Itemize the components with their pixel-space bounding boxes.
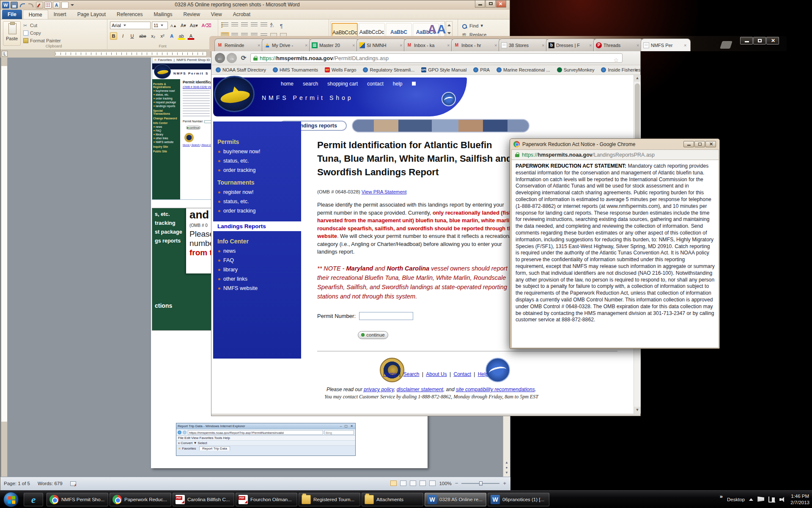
- underline-button[interactable]: U: [129, 32, 136, 40]
- taskbar-ie-icon[interactable]: e: [24, 493, 43, 506]
- back-button[interactable]: ←: [215, 53, 225, 63]
- fullscreen-view-button[interactable]: [400, 480, 406, 486]
- tab-acrobat[interactable]: Acrobat: [228, 10, 256, 19]
- footer-link-contact[interactable]: Contact: [453, 371, 471, 377]
- zoom-slider[interactable]: [461, 483, 499, 484]
- desktop-toolbar-label[interactable]: Desktop: [727, 497, 745, 502]
- browser-tab[interactable]: 38 Stores: [499, 39, 549, 51]
- show-hidden-icons-button[interactable]: [749, 498, 753, 501]
- decrease-indent-button[interactable]: [251, 22, 258, 28]
- horizontal-ruler[interactable]: [0, 50, 210, 58]
- zoom-out-button[interactable]: −: [455, 480, 458, 486]
- browser-tab[interactable]: SI NMNH: [357, 39, 406, 51]
- format-painter-button[interactable]: Format Painter: [23, 38, 61, 43]
- change-case-button[interactable]: Aa▾: [189, 22, 199, 29]
- address-bar[interactable]: https://hmspermits.noaa.gov/PermitIDLand…: [250, 53, 623, 63]
- browser-tab[interactable]: Inbox - hr: [451, 39, 501, 51]
- tab-close-icon[interactable]: [447, 43, 451, 47]
- outline-view-button[interactable]: [420, 480, 426, 486]
- bookmark-item[interactable]: NOAA Staff Directory: [216, 67, 266, 72]
- cut-button[interactable]: Cut: [23, 23, 37, 28]
- bookmark-item[interactable]: Inside Fisheries :: N...: [601, 67, 640, 72]
- scroll-up-icon[interactable]: ▲: [634, 75, 641, 82]
- bookmark-item[interactable]: Marine Recreational ...: [497, 67, 550, 72]
- clear-formatting-button[interactable]: A⌫: [200, 22, 213, 29]
- sidebar-link[interactable]: order tracking: [213, 166, 301, 175]
- tab-close-icon[interactable]: [542, 43, 546, 47]
- page-indicator[interactable]: Page: 1 of 5: [4, 481, 30, 486]
- tab-view[interactable]: View: [206, 10, 228, 19]
- browser-tab[interactable]: Threads: [593, 39, 643, 51]
- proofing-status-icon[interactable]: [70, 481, 76, 486]
- nav-search[interactable]: search: [303, 81, 318, 87]
- sidebar-link[interactable]: other links: [213, 274, 301, 284]
- bookmark-item[interactable]: HMS Tournaments: [273, 67, 318, 72]
- minimize-button[interactable]: [683, 141, 694, 147]
- minimize-button[interactable]: [475, 0, 485, 8]
- tab-selector[interactable]: L: [2, 51, 8, 57]
- footer-link-home[interactable]: Home: [383, 371, 397, 377]
- maximize-button[interactable]: [694, 141, 705, 147]
- reload-button[interactable]: ⟳: [239, 53, 249, 63]
- tab-mailings[interactable]: Mailings: [148, 10, 178, 19]
- bookmarks-overflow-icon[interactable]: »: [635, 67, 638, 73]
- popup-address-bar[interactable]: https://hmspermits.noaa.gov/LandingsRepo…: [511, 149, 719, 160]
- continue-button[interactable]: continue: [358, 331, 388, 339]
- subscript-button[interactable]: x₂: [150, 32, 157, 40]
- tray-overflow-icon[interactable]: »: [720, 493, 723, 500]
- sidebar-link[interactable]: register now!: [213, 188, 301, 197]
- bookmark-item[interactable]: PRA: [473, 67, 490, 72]
- bookmark-item[interactable]: GPO Style Manual: [421, 67, 466, 72]
- maximize-button[interactable]: [753, 37, 766, 44]
- web-layout-view-button[interactable]: [410, 480, 416, 486]
- zoom-level[interactable]: 100%: [439, 481, 451, 486]
- taskbar-button[interactable]: Paperwork Reduc...: [110, 493, 171, 506]
- nav-shopping-cart[interactable]: shopping cart: [327, 81, 358, 87]
- scroll-down-icon[interactable]: ▼: [634, 407, 641, 414]
- draft-view-button[interactable]: [429, 480, 436, 486]
- text-effects-button[interactable]: A: [168, 32, 176, 40]
- bookmark-item[interactable]: SurveyMonkey: [557, 67, 595, 72]
- previous-page-icon[interactable]: ▲: [504, 461, 509, 465]
- tab-insert[interactable]: Insert: [48, 10, 72, 19]
- bookmark-item[interactable]: Regulatory Streamli...: [363, 67, 414, 72]
- taskbar-button[interactable]: 06pranotices (1) [...: [488, 493, 549, 506]
- footer-link-about[interactable]: About Us: [426, 371, 447, 377]
- forward-button[interactable]: →: [227, 53, 237, 63]
- bullets-button[interactable]: [222, 22, 228, 28]
- strikethrough-button[interactable]: abe: [138, 32, 148, 40]
- sidebar-link[interactable]: library: [213, 265, 301, 274]
- tab-review[interactable]: Review: [178, 10, 205, 19]
- tab-file[interactable]: File: [2, 10, 22, 19]
- minimize-button[interactable]: [740, 37, 753, 44]
- permit-number-input[interactable]: [359, 312, 413, 320]
- word-titlebar[interactable]: W A 0328 A5 Online reporting screen shot…: [0, 0, 510, 10]
- popup-titlebar[interactable]: Paperwork Reduction Act Notice - Google …: [510, 139, 719, 149]
- numbering-button[interactable]: [231, 22, 238, 28]
- close-button[interactable]: ✕: [766, 37, 779, 44]
- maximize-button[interactable]: [486, 0, 496, 8]
- tab-close-icon[interactable]: [305, 43, 309, 47]
- zoom-slider-thumb[interactable]: [479, 481, 483, 486]
- sort-button[interactable]: [270, 22, 277, 28]
- view-pra-link[interactable]: View PRA Statement: [362, 189, 407, 194]
- sidebar-link[interactable]: NMFS website: [213, 284, 301, 293]
- tab-close-icon[interactable]: [258, 43, 262, 47]
- sidebar-item-landings-reports[interactable]: Landings Reports: [213, 221, 301, 231]
- browser-tab[interactable]: Dresses | F: [546, 39, 596, 51]
- font-name-select[interactable]: Arial: [110, 22, 151, 29]
- browser-tab[interactable]: My Drive -: [262, 39, 312, 51]
- nav-home[interactable]: home: [281, 81, 294, 87]
- increase-indent-button[interactable]: [261, 22, 267, 28]
- find-button[interactable]: Find ▾: [462, 23, 483, 28]
- word-count[interactable]: Words: 679: [38, 481, 63, 486]
- scroll-ball-icon[interactable]: ●: [504, 466, 509, 470]
- sidebar-link[interactable]: news: [213, 246, 301, 256]
- multilevel-list-button[interactable]: [241, 22, 248, 28]
- tab-close-icon[interactable]: [494, 43, 499, 47]
- vertical-ruler[interactable]: [1, 58, 8, 477]
- taskbar-button[interactable]: NMFS Permit Sho...: [47, 493, 108, 506]
- tab-close-icon[interactable]: [352, 43, 357, 47]
- highlight-button[interactable]: ab: [178, 32, 185, 40]
- shrink-font-button[interactable]: A▾: [179, 22, 187, 29]
